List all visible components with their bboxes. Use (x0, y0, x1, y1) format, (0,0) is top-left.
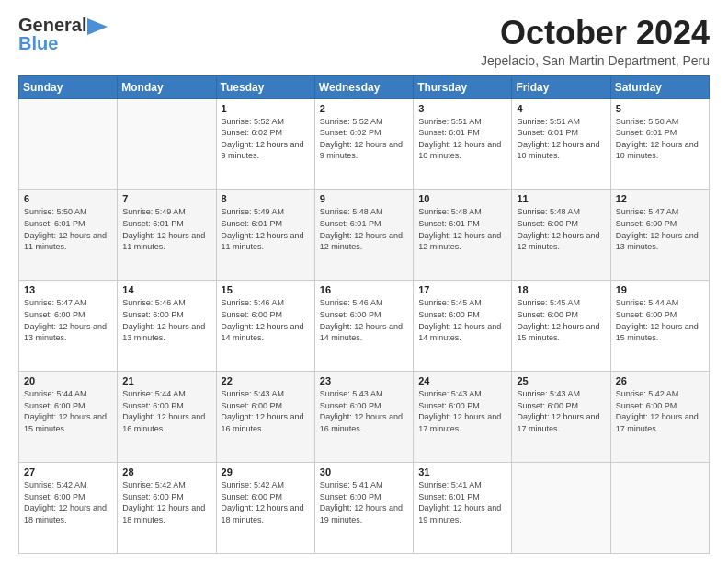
day-info: Sunrise: 5:49 AM Sunset: 6:01 PM Dayligh… (122, 206, 210, 252)
day-number: 30 (320, 466, 408, 477)
day-number: 26 (616, 375, 704, 386)
day-info: Sunrise: 5:51 AM Sunset: 6:01 PM Dayligh… (517, 116, 605, 162)
calendar-cell: 18Sunrise: 5:45 AM Sunset: 6:00 PM Dayli… (512, 281, 610, 372)
day-number: 13 (24, 284, 112, 295)
calendar-week-4: 20Sunrise: 5:44 AM Sunset: 6:00 PM Dayli… (19, 372, 710, 463)
day-number: 27 (24, 466, 112, 477)
day-number: 3 (418, 103, 506, 114)
day-info: Sunrise: 5:50 AM Sunset: 6:01 PM Dayligh… (616, 116, 704, 162)
calendar-cell: 30Sunrise: 5:41 AM Sunset: 6:00 PM Dayli… (314, 463, 413, 554)
day-info: Sunrise: 5:46 AM Sunset: 6:00 PM Dayligh… (222, 297, 310, 343)
day-number: 14 (122, 284, 210, 295)
calendar-cell: 6Sunrise: 5:50 AM Sunset: 6:01 PM Daylig… (19, 190, 118, 281)
day-info: Sunrise: 5:43 AM Sunset: 6:00 PM Dayligh… (222, 388, 310, 434)
title-block: October 2024 Jepelacio, San Martin Depar… (481, 15, 710, 68)
calendar-week-2: 6Sunrise: 5:50 AM Sunset: 6:01 PM Daylig… (19, 190, 710, 281)
calendar-table: SundayMondayTuesdayWednesdayThursdayFrid… (18, 75, 710, 554)
day-number: 16 (320, 284, 408, 295)
day-number: 6 (24, 193, 112, 204)
calendar-cell: 8Sunrise: 5:49 AM Sunset: 6:01 PM Daylig… (216, 190, 314, 281)
day-number: 24 (418, 375, 506, 386)
calendar-cell (610, 463, 709, 554)
day-number: 20 (24, 375, 112, 386)
day-info: Sunrise: 5:42 AM Sunset: 6:00 PM Dayligh… (24, 479, 112, 525)
day-number: 12 (616, 193, 704, 204)
calendar-cell: 21Sunrise: 5:44 AM Sunset: 6:00 PM Dayli… (118, 372, 216, 463)
calendar-cell: 25Sunrise: 5:43 AM Sunset: 6:00 PM Dayli… (512, 372, 610, 463)
day-info: Sunrise: 5:45 AM Sunset: 6:00 PM Dayligh… (418, 297, 506, 343)
month-title: October 2024 (481, 15, 710, 52)
calendar-header-saturday: Saturday (610, 75, 709, 98)
calendar-cell: 7Sunrise: 5:49 AM Sunset: 6:01 PM Daylig… (118, 190, 216, 281)
day-number: 15 (222, 284, 310, 295)
day-number: 28 (122, 466, 210, 477)
day-number: 21 (122, 375, 210, 386)
day-number: 4 (517, 103, 605, 114)
day-info: Sunrise: 5:47 AM Sunset: 6:00 PM Dayligh… (24, 297, 112, 343)
logo-line2: Blue (18, 34, 58, 52)
day-info: Sunrise: 5:41 AM Sunset: 6:00 PM Dayligh… (320, 479, 408, 525)
day-info: Sunrise: 5:46 AM Sunset: 6:00 PM Dayligh… (320, 297, 408, 343)
calendar-cell: 27Sunrise: 5:42 AM Sunset: 6:00 PM Dayli… (19, 463, 118, 554)
day-info: Sunrise: 5:48 AM Sunset: 6:01 PM Dayligh… (320, 206, 408, 252)
calendar-header-sunday: Sunday (19, 75, 118, 98)
calendar-cell: 2Sunrise: 5:52 AM Sunset: 6:02 PM Daylig… (314, 98, 413, 190)
calendar-cell: 1Sunrise: 5:52 AM Sunset: 6:02 PM Daylig… (216, 98, 314, 190)
calendar-header-friday: Friday (512, 75, 610, 98)
day-info: Sunrise: 5:50 AM Sunset: 6:01 PM Dayligh… (24, 206, 112, 252)
calendar-cell: 26Sunrise: 5:42 AM Sunset: 6:00 PM Dayli… (610, 372, 709, 463)
calendar-cell: 16Sunrise: 5:46 AM Sunset: 6:00 PM Dayli… (314, 281, 413, 372)
day-info: Sunrise: 5:43 AM Sunset: 6:00 PM Dayligh… (320, 388, 408, 434)
day-info: Sunrise: 5:49 AM Sunset: 6:01 PM Dayligh… (222, 206, 310, 252)
day-info: Sunrise: 5:47 AM Sunset: 6:00 PM Dayligh… (616, 206, 704, 252)
header: General Blue October 2024 Jepelacio, San… (18, 15, 710, 68)
calendar-cell: 13Sunrise: 5:47 AM Sunset: 6:00 PM Dayli… (19, 281, 118, 372)
day-number: 31 (418, 466, 506, 477)
calendar-cell (118, 98, 216, 190)
calendar-cell: 28Sunrise: 5:42 AM Sunset: 6:00 PM Dayli… (118, 463, 216, 554)
page: General Blue October 2024 Jepelacio, San… (0, 0, 728, 563)
calendar-cell: 19Sunrise: 5:44 AM Sunset: 6:00 PM Dayli… (610, 281, 709, 372)
day-number: 9 (320, 193, 408, 204)
day-info: Sunrise: 5:52 AM Sunset: 6:02 PM Dayligh… (222, 116, 310, 162)
day-info: Sunrise: 5:44 AM Sunset: 6:00 PM Dayligh… (616, 297, 704, 343)
day-info: Sunrise: 5:48 AM Sunset: 6:01 PM Dayligh… (418, 206, 506, 252)
calendar-cell: 10Sunrise: 5:48 AM Sunset: 6:01 PM Dayli… (414, 190, 512, 281)
calendar-cell: 24Sunrise: 5:43 AM Sunset: 6:00 PM Dayli… (414, 372, 512, 463)
calendar-cell (512, 463, 610, 554)
calendar-header-monday: Monday (118, 75, 216, 98)
calendar-week-5: 27Sunrise: 5:42 AM Sunset: 6:00 PM Dayli… (19, 463, 710, 554)
day-number: 18 (517, 284, 605, 295)
calendar-cell: 12Sunrise: 5:47 AM Sunset: 6:00 PM Dayli… (610, 190, 709, 281)
calendar-week-1: 1Sunrise: 5:52 AM Sunset: 6:02 PM Daylig… (19, 98, 710, 190)
calendar-header-tuesday: Tuesday (216, 75, 314, 98)
day-info: Sunrise: 5:41 AM Sunset: 6:01 PM Dayligh… (418, 479, 506, 525)
day-number: 25 (517, 375, 605, 386)
day-info: Sunrise: 5:52 AM Sunset: 6:02 PM Dayligh… (320, 116, 408, 162)
day-number: 10 (418, 193, 506, 204)
day-number: 7 (122, 193, 210, 204)
calendar-cell: 20Sunrise: 5:44 AM Sunset: 6:00 PM Dayli… (19, 372, 118, 463)
day-number: 1 (222, 103, 310, 114)
calendar-cell: 31Sunrise: 5:41 AM Sunset: 6:01 PM Dayli… (414, 463, 512, 554)
day-info: Sunrise: 5:46 AM Sunset: 6:00 PM Dayligh… (122, 297, 210, 343)
day-info: Sunrise: 5:51 AM Sunset: 6:01 PM Dayligh… (418, 116, 506, 162)
svg-marker-0 (87, 18, 108, 35)
calendar-cell: 5Sunrise: 5:50 AM Sunset: 6:01 PM Daylig… (610, 98, 709, 190)
calendar-week-3: 13Sunrise: 5:47 AM Sunset: 6:00 PM Dayli… (19, 281, 710, 372)
calendar-header-row: SundayMondayTuesdayWednesdayThursdayFrid… (19, 75, 710, 98)
day-number: 8 (222, 193, 310, 204)
day-info: Sunrise: 5:42 AM Sunset: 6:00 PM Dayligh… (616, 388, 704, 434)
day-info: Sunrise: 5:42 AM Sunset: 6:00 PM Dayligh… (222, 479, 310, 525)
calendar-cell: 14Sunrise: 5:46 AM Sunset: 6:00 PM Dayli… (118, 281, 216, 372)
day-info: Sunrise: 5:48 AM Sunset: 6:00 PM Dayligh… (517, 206, 605, 252)
calendar-cell: 23Sunrise: 5:43 AM Sunset: 6:00 PM Dayli… (314, 372, 413, 463)
day-info: Sunrise: 5:44 AM Sunset: 6:00 PM Dayligh… (24, 388, 112, 434)
calendar-cell: 11Sunrise: 5:48 AM Sunset: 6:00 PM Dayli… (512, 190, 610, 281)
day-number: 22 (222, 375, 310, 386)
day-number: 17 (418, 284, 506, 295)
calendar-cell: 29Sunrise: 5:42 AM Sunset: 6:00 PM Dayli… (216, 463, 314, 554)
day-number: 11 (517, 193, 605, 204)
location: Jepelacio, San Martin Department, Peru (481, 53, 710, 68)
day-info: Sunrise: 5:45 AM Sunset: 6:00 PM Dayligh… (517, 297, 605, 343)
